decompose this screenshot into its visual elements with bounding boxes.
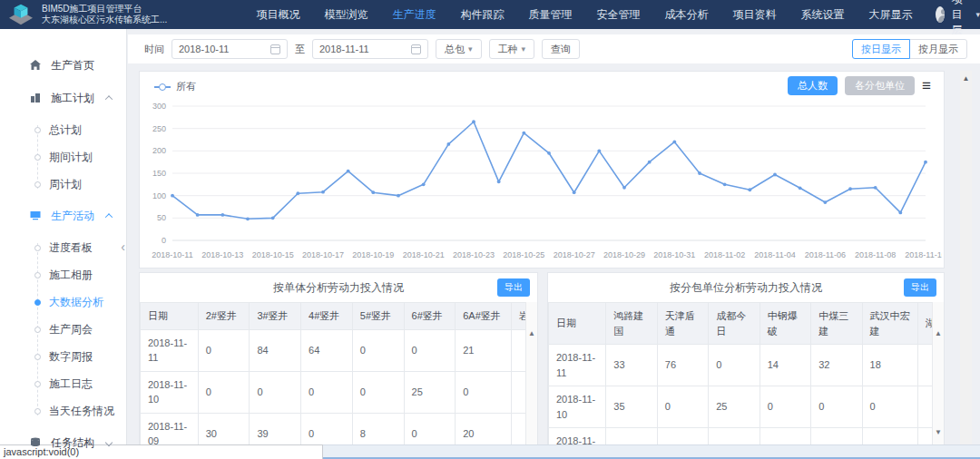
data-point	[171, 194, 174, 198]
sidebar-subitem-生产周会[interactable]: 生产周会	[0, 316, 126, 343]
chevron-down-icon: ▾	[975, 10, 980, 19]
chart-menu-icon[interactable]: ≡	[922, 78, 931, 93]
work-type-dropdown[interactable]: 工种▾	[489, 39, 535, 59]
x-tick-label: 2018-10-23	[453, 250, 495, 259]
column-header: 天津盾通	[657, 303, 708, 345]
nav-item-生产进度[interactable]: 生产进度	[392, 7, 436, 23]
structure-icon	[29, 436, 42, 449]
column-header: 成都今日	[709, 303, 760, 345]
x-tick-label: 2018-10-17	[302, 250, 344, 259]
data-point	[898, 211, 902, 215]
x-tick-label: 2018-11-08	[855, 250, 896, 259]
scroll-up-icon[interactable]: ▲	[933, 302, 944, 337]
line-marker-icon	[154, 86, 171, 88]
column-header: 2#竖井	[198, 303, 250, 330]
sidebar-item-label: 生产活动	[51, 209, 94, 224]
table-row: 2018-11-1035025000	[549, 386, 944, 428]
sidebar-item-label: 任务结构	[51, 435, 94, 451]
nav-item-系统设置[interactable]: 系统设置	[800, 7, 844, 23]
left-table-scrollbar[interactable]: ▲	[525, 302, 537, 449]
page-scrollbar[interactable]: ▲	[960, 71, 972, 444]
series-line-所有	[172, 122, 926, 219]
sidebar-subitem-施工日志[interactable]: 施工日志	[0, 370, 126, 397]
main-nav: 项目概况模型浏览生产进度构件跟踪质量管理安全管理成本分析项目资料系统设置大屏显示	[256, 7, 912, 23]
y-tick-label: 0	[162, 236, 166, 245]
total-people-button[interactable]: 总人数	[788, 76, 838, 95]
sidebar-item-施工计划[interactable]: 施工计划	[0, 82, 126, 114]
column-header: 日期	[141, 303, 199, 330]
by-day-button[interactable]: 按日显示	[852, 39, 910, 59]
sidebar-subitem-大数据分析[interactable]: 大数据分析	[0, 288, 126, 316]
data-point	[799, 186, 802, 190]
nav-item-成本分析[interactable]: 成本分析	[664, 7, 708, 23]
nav-item-构件跟踪[interactable]: 构件跟踪	[460, 7, 504, 23]
table-header-row: 日期鸿路建国天津盾通成都今日中钢爆破中煤三建武汉中宏建湖	[549, 303, 944, 345]
scroll-up-icon[interactable]: ▲	[960, 71, 972, 83]
data-point	[321, 190, 325, 194]
user-menu[interactable]: 项目层 ▾	[936, 0, 980, 38]
data-point	[648, 161, 652, 164]
search-button[interactable]: 查询	[542, 39, 580, 59]
activity-icon	[29, 210, 42, 222]
table-cell: 0	[657, 386, 708, 428]
table-cell: 64	[301, 329, 353, 371]
user-avatar-icon	[936, 6, 945, 23]
table-cell: 0	[456, 371, 512, 413]
table-cell: 32	[811, 345, 862, 386]
column-header: 中钢爆破	[760, 303, 810, 345]
right-export-button[interactable]: 导出	[904, 278, 936, 297]
nav-item-大屏显示[interactable]: 大屏显示	[868, 7, 912, 23]
table-cell: 2018-11-10	[141, 371, 199, 413]
left-export-button[interactable]: 导出	[497, 278, 530, 297]
y-tick-label: 50	[157, 213, 166, 222]
table-cell: 18	[862, 345, 917, 386]
date-from-input[interactable]: 2018-10-11	[172, 39, 288, 59]
time-label: 时间	[144, 43, 164, 56]
sidebar-subitem-施工相册[interactable]: 施工相册	[0, 261, 126, 288]
table-cell: 0	[250, 371, 301, 413]
table-cell: 0	[301, 371, 353, 413]
per-subcontractor-table: 日期鸿路建国天津盾通成都今日中钢爆破中煤三建武汉中宏建湖2018-11-1133…	[548, 302, 944, 450]
data-point	[698, 171, 701, 175]
y-tick-label: 300	[152, 102, 166, 111]
sidebar-item-任务结构[interactable]: 任务结构	[0, 426, 126, 459]
data-point	[748, 188, 751, 191]
y-tick-label: 250	[152, 124, 166, 133]
sidebar-subitem-数字周报[interactable]: 数字周报	[0, 343, 126, 370]
nav-item-项目概况[interactable]: 项目概况	[256, 7, 299, 23]
plan-icon	[29, 92, 42, 104]
nav-item-项目资料[interactable]: 项目资料	[732, 7, 776, 23]
data-point	[547, 151, 551, 155]
x-tick-label: 2018-10-29	[603, 250, 645, 259]
sidebar-collapse-handle[interactable]: ‹	[121, 239, 125, 254]
sidebar-subitem-当天任务情况[interactable]: 当天任务情况	[0, 397, 126, 425]
column-header: 4#竖井	[301, 303, 353, 330]
sidebar-subitem-期间计划[interactable]: 期间计划	[0, 143, 126, 171]
sidebar-item-生产首页[interactable]: 生产首页	[0, 49, 126, 82]
table-cell: 0	[352, 329, 404, 371]
sidebar-subitem-周计划[interactable]: 周计划	[0, 171, 126, 198]
nav-item-模型浏览[interactable]: 模型浏览	[324, 7, 368, 23]
general-contractor-dropdown[interactable]: 总包▾	[436, 39, 482, 59]
sidebar-submenu-生产活动: 进度看板施工相册大数据分析生产周会数字周报施工日志当天任务情况	[0, 232, 126, 426]
sidebar-item-生产活动[interactable]: 生产活动	[0, 200, 126, 232]
sidebar-subitem-进度看板[interactable]: 进度看板	[0, 234, 126, 261]
labor-line-chart: 0501001502002503002018-10-112018-10-1320…	[140, 97, 942, 266]
data-point	[672, 141, 676, 144]
x-tick-label: 2018-11-10	[905, 250, 942, 259]
table-cell: 33	[606, 345, 657, 386]
sidebar-subitem-总计划[interactable]: 总计划	[0, 116, 126, 143]
subcontractor-units-button[interactable]: 各分包单位	[845, 76, 915, 95]
date-to-input[interactable]: 2018-11-11	[312, 39, 428, 59]
by-month-button[interactable]: 按月显示	[909, 39, 967, 59]
scroll-down-icon[interactable]: ▼	[933, 428, 944, 436]
nav-item-质量管理[interactable]: 质量管理	[528, 7, 572, 23]
nav-item-安全管理[interactable]: 安全管理	[596, 7, 640, 23]
data-point	[196, 213, 200, 217]
sidebar-item-label: 生产首页	[51, 58, 94, 73]
data-point	[823, 200, 827, 204]
legend-item-all[interactable]: 所有	[154, 80, 196, 93]
left-table-title: 按单体分析劳动力投入情况	[273, 280, 404, 296]
scroll-up-icon[interactable]: ▲	[526, 302, 537, 337]
right-table-scrollbar[interactable]: ▲ ▼	[932, 302, 944, 449]
